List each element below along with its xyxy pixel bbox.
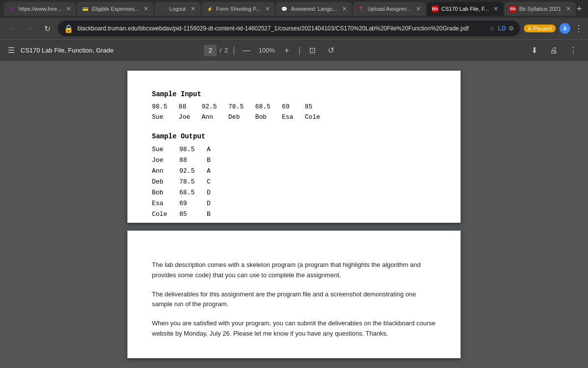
pdf-page-2: The lab description comes with a skeleto… [127,231,461,358]
tab-close-form[interactable]: ✕ [265,5,270,12]
tab-close-logout[interactable]: ✕ [191,5,196,12]
page-number-input[interactable] [204,45,217,56]
extension-icon[interactable]: ⚙ [509,25,514,32]
output-score: 92.5 [179,166,199,177]
pdf-title: CS170 Lab File, Function, Grade [21,47,198,54]
output-grid: Sue 98.5 A Joe 88 B Ann 92.5 A Deb 78.5 … [152,144,436,220]
output-row: Joe 88 B [152,155,436,166]
output-score: 85 [179,209,199,220]
tab-close-eligible[interactable]: ✕ [144,5,148,12]
tab-label-answered: Answered: Langu... [291,6,337,12]
output-grade: D [207,198,217,209]
forward-button[interactable]: → [23,22,36,35]
page-total: 2 [224,47,228,54]
output-grade: B [207,209,217,220]
lock-icon: 🔒 [64,24,74,33]
output-row: Deb 78.5 C [152,177,436,187]
sample-input-title: Sample Input [152,90,436,98]
url-text: blackboard.truman.edu/bbcswebdav/pid-115… [77,25,486,32]
print-button[interactable]: 🖨 [547,44,561,57]
output-score: 78.5 [179,177,199,187]
extension-icons-area: A [560,23,570,34]
output-name: Cole [152,209,172,220]
tab-close-syllabus[interactable]: ✕ [566,5,571,12]
tab-answered[interactable]: 💬 Answered: Langu... ✕ [276,2,352,16]
refresh-button[interactable]: ↻ [40,22,54,35]
fit-page-button[interactable]: ⊡ [306,44,319,57]
tab-favicon-syllabus: Bb [509,5,516,12]
browser-menu-button[interactable]: ⋮ [574,23,583,34]
tab-logout[interactable]: ▪ Logout ✕ [154,2,200,16]
output-score: 69 [179,198,199,209]
tab-favicon-form: ⚡ [206,5,213,12]
tab-cs170-lab[interactable]: Bb CS170 Lab File, F... ✕ [427,2,504,16]
tab-close-answered[interactable]: ✕ [342,5,347,12]
output-grade: C [207,177,217,187]
output-grade: D [207,187,217,198]
output-row: Bob 68.5 D [152,187,436,198]
paragraph-1: The lab description comes with a skeleto… [152,260,436,281]
sample-output-title: Sample Output [152,132,436,140]
output-grade: B [207,155,217,166]
profile-avatar: A [560,23,570,34]
tab-label-eligible: Eligible Expenses... [92,6,139,12]
toolbar-separator2: | [298,45,301,55]
tab-favicon-freec: A [9,5,16,12]
zoom-level: 100% [259,47,275,54]
bookmark-star-icon[interactable]: ☆ [490,25,495,32]
more-options-button[interactable]: ⋮ [566,44,580,57]
pdf-toolbar: ☰ CS170 Lab File, Function, Grade / 2 | … [0,39,588,61]
output-score: 88 [179,155,199,166]
sample-input-section: Sample Input 98.5 88 92.5 78.5 68.5 69 8… [152,90,436,123]
output-name: Deb [152,177,172,187]
page-separator: / [220,47,221,54]
tab-label-upload: Upload Assignm... [368,6,411,12]
back-button[interactable]: ← [5,22,19,35]
output-score: 98.5 [179,144,199,155]
zoom-out-button[interactable]: — [240,44,254,57]
address-field[interactable]: 🔒 blackboard.truman.edu/bbcswebdav/pid-1… [58,21,520,36]
tab-favicon-cs170: Bb [432,5,439,12]
tab-favicon-eligible: 💳 [82,5,89,12]
output-grade: A [207,144,217,155]
tab-close-cs170[interactable]: ✕ [493,5,498,12]
zoom-in-button[interactable]: + [280,44,294,57]
paragraph-2: The deliverables for this assignment are… [152,289,436,310]
tab-favicon-answered: 💬 [281,5,288,12]
download-button[interactable]: ⬇ [527,44,541,57]
input-names-row: Sue Joe Ann Deb Bob Esa Cole [152,112,436,123]
profile-icon[interactable]: LD [498,25,506,32]
tab-eligible[interactable]: 💳 Eligible Expenses... ✕ [77,2,153,16]
output-name: Joe [152,155,172,166]
sidebar-toggle-button[interactable]: ☰ [8,46,15,55]
output-row: Esa 69 D [152,198,436,209]
tab-syllabus[interactable]: Bb Bb Syllabus 2021 ✕ [504,2,576,16]
rotate-button[interactable]: ↺ [324,44,338,57]
tab-label-form: Form Shooting P... [216,6,260,12]
new-tab-button[interactable]: + [577,2,582,16]
tab-freec[interactable]: A https://www.free... ✕ [4,2,76,16]
tab-label-logout: Logout [169,6,186,12]
output-grade: A [207,166,217,177]
tab-form-shooting[interactable]: ⚡ Form Shooting P... ✕ [201,2,275,16]
tab-label-syllabus: Bb Syllabus 2021 [519,6,561,12]
paragraph-3: When you are satisfied with your program… [152,318,436,339]
toolbar-controls: / 2 | — 100% + | ⊡ ↺ [204,44,338,57]
address-icons: ☆ LD ⚙ [490,25,514,32]
output-name: Esa [152,198,172,209]
tab-more-button[interactable]: ⋮ [586,5,588,13]
tab-favicon-upload: T [358,5,365,12]
tab-close-upload[interactable]: ✕ [416,5,421,12]
pdf-page-1: Sample Input 98.5 88 92.5 78.5 68.5 69 8… [127,71,461,223]
paused-label: Paused [534,26,552,31]
tab-bar: A https://www.free... ✕ 💳 Eligible Expen… [0,0,588,18]
browser-chrome: A https://www.free... ✕ 💳 Eligible Expen… [0,0,588,61]
output-name: Sue [152,144,172,155]
output-row: Sue 98.5 A [152,144,436,155]
tab-label-cs170: CS170 Lab File, F... [441,6,489,12]
page-number-control: / 2 [204,45,228,56]
tab-upload[interactable]: T Upload Assignm... ✕ [353,2,426,16]
paused-icon: A [528,26,531,31]
sample-output-section: Sample Output Sue 98.5 A Joe 88 B Ann 92… [152,132,436,220]
tab-close-freec[interactable]: ✕ [66,5,71,12]
